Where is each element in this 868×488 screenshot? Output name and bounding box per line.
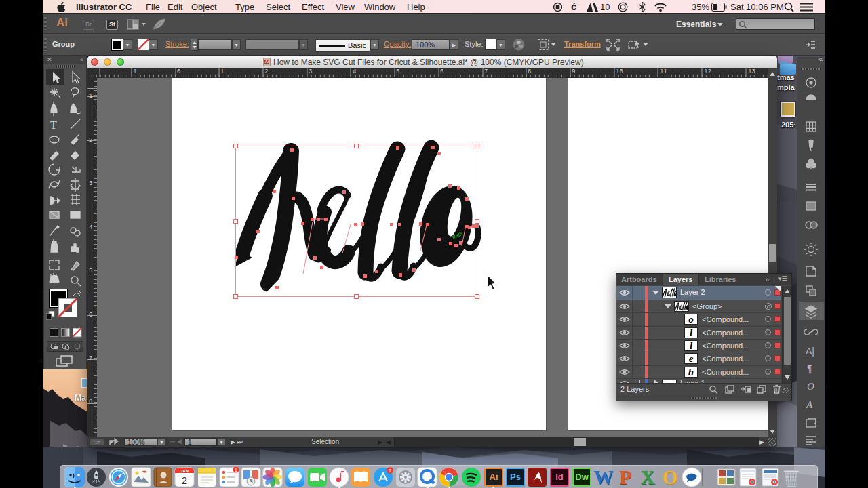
- svg-text:7: 7: [389, 468, 391, 474]
- svg-text:2: 2: [182, 474, 187, 486]
- svg-text:O: O: [807, 381, 814, 392]
- svg-text:T: T: [50, 119, 57, 131]
- svg-text:¶: ¶: [807, 363, 812, 374]
- svg-text:A|: A|: [806, 346, 814, 357]
- svg-text:1: 1: [235, 468, 237, 472]
- svg-text:JAN: JAN: [180, 469, 189, 473]
- svg-text:A: A: [806, 399, 813, 410]
